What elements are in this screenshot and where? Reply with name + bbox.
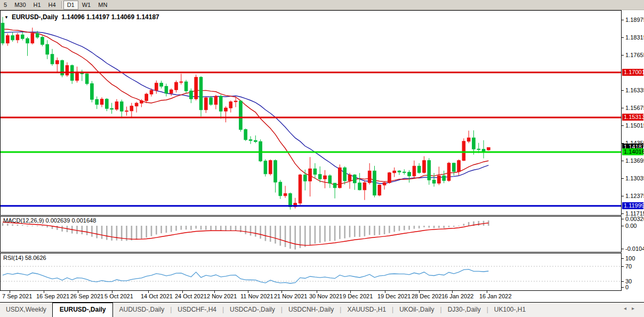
rsi-tick-label: 70: [625, 263, 632, 270]
macd-indicator-label: MACD(12,26,9) 0.002639 0.001648: [3, 217, 96, 224]
axis-tick: [622, 161, 624, 161]
price-tick-label: 1.16335: [625, 87, 644, 93]
tab-eurusd-daily[interactable]: EURUSD-,Daily: [52, 303, 114, 317]
timeframe-toolbar: 5M30H1H4D1W1MN: [0, 0, 644, 10]
price-highlight-label: 1.15313: [622, 114, 643, 121]
timeframe-mn[interactable]: MN: [94, 1, 111, 10]
date-label: 6 Jan 2022: [445, 293, 473, 299]
chart-ohlc-values: 1.14096 1.14197 1.14069 1.14187: [61, 13, 159, 21]
tab-usdchf-h4[interactable]: USDCHF-,H4: [172, 303, 222, 317]
macd-tick-label: -0.010438: [625, 245, 644, 252]
axis-tick: [622, 37, 624, 38]
axis-tick: [622, 249, 624, 249]
timeframe-5[interactable]: 5: [0, 1, 11, 10]
axis-tick: [622, 125, 624, 126]
axis-tick: [622, 258, 624, 259]
rsi-tick-label: 100: [625, 255, 635, 261]
toolbar-separator: [61, 1, 62, 9]
date-label: 28 Dec 2021: [412, 293, 445, 299]
price-tick-label: 1.15675: [625, 105, 644, 111]
date-label: 9 Dec 2021: [343, 293, 373, 299]
timeframe-h4[interactable]: H4: [45, 1, 60, 10]
symbol-dropdown-icon[interactable]: ▼: [4, 15, 9, 20]
date-label: 14 Oct 2021: [141, 293, 173, 299]
date-label: 2 Nov 2021: [207, 293, 237, 299]
tab-scroll-right-icon[interactable]: ▸: [632, 305, 640, 311]
date-label: 5 Oct 2021: [104, 293, 133, 299]
axis-tick: [622, 20, 624, 20]
tab-scroll-arrows: ◂▸: [624, 305, 640, 311]
date-label: 16 Jan 2022: [479, 293, 512, 299]
tab-ukoil-daily[interactable]: UKOil-,Daily: [393, 303, 440, 317]
axis-tick: [622, 213, 624, 214]
macd-tick-label: 0.00: [625, 223, 637, 229]
timeframe-m30[interactable]: M30: [11, 1, 29, 10]
axis-tick: [622, 226, 624, 226]
date-axis[interactable]: 7 Sep 202116 Sep 202126 Sep 20215 Oct 20…: [0, 291, 622, 302]
date-label: 30 Nov 2021: [309, 293, 342, 299]
axis-tick: [622, 55, 624, 56]
axis-tick: [622, 196, 624, 196]
price-tick-label: 1.15015: [625, 122, 644, 129]
timeframe-h1[interactable]: H1: [30, 1, 45, 10]
price-tick-label: 1.12375: [625, 193, 644, 199]
price-tick-label: 1.18315: [625, 34, 644, 41]
timeframe-d1[interactable]: D1: [63, 1, 78, 10]
price-axis[interactable]: 1.189751.183151.176551.163351.156751.150…: [622, 10, 644, 302]
price-tick-label: 1.13035: [625, 175, 644, 181]
rsi-chart: [1, 253, 621, 290]
tab-uk100-h1[interactable]: UK100-,H1: [488, 303, 532, 317]
tab-dj30-daily[interactable]: DJ30-,Daily: [442, 303, 487, 317]
price-highlight-label: 1.14016: [622, 148, 643, 155]
price-tick-label: 1.13695: [625, 157, 644, 164]
date-label: 21 Nov 2021: [274, 293, 307, 299]
axis-tick: [622, 178, 624, 179]
tab-xauusd-h1[interactable]: XAUUSD-,H1: [341, 303, 392, 317]
date-label: 26 Sep 2021: [70, 293, 103, 299]
tab-audusd-daily[interactable]: AUDUSD-,Daily: [113, 303, 170, 317]
date-label: 11 Nov 2021: [240, 293, 273, 299]
axis-tick: [622, 287, 624, 288]
price-highlight-label: 1.17001: [622, 69, 643, 76]
candlestick-chart[interactable]: [1, 11, 621, 215]
rsi-indicator-label: RSI(14) 58.0626: [3, 255, 46, 261]
axis-tick: [622, 90, 624, 91]
axis-tick: [622, 281, 624, 282]
tab-usdcad-daily[interactable]: USDCAD-,Daily: [224, 303, 281, 317]
timeframe-w1[interactable]: W1: [78, 1, 95, 10]
chart-title: ▼EURUSD-,Daily 1.14096 1.14197 1.14069 1…: [4, 13, 159, 21]
date-label: 16 Sep 2021: [36, 293, 69, 299]
rsi-tick-label: 0: [625, 284, 629, 290]
date-label: 19 Dec 2021: [377, 293, 410, 299]
chart-symbol-label: EURUSD-,Daily: [12, 13, 58, 21]
axis-tick: [622, 266, 624, 267]
price-tick-label: 1.17655: [625, 52, 644, 58]
axis-tick: [622, 108, 624, 108]
price-tick-label: 1.18975: [625, 17, 644, 23]
date-label: 7 Sep 2021: [2, 293, 32, 299]
tab-scroll-left-icon[interactable]: ◂: [624, 305, 632, 311]
price-highlight-label: 1.11999: [622, 202, 643, 209]
main-chart-panel[interactable]: [0, 10, 622, 216]
tab-usdx-weekly[interactable]: USDX,Weekly: [0, 303, 52, 317]
axis-tick: [622, 219, 624, 219]
date-label: 24 Oct 2021: [175, 293, 207, 299]
macd-tick-label: 0.003261: [625, 216, 644, 222]
chart-tabbar: USDX,WeeklyEURUSD-,DailyAUDUSD-,Daily|US…: [0, 302, 644, 317]
tab-usdcnh-daily[interactable]: USDCNH-,Daily: [283, 303, 340, 317]
rsi-panel[interactable]: [0, 253, 622, 291]
